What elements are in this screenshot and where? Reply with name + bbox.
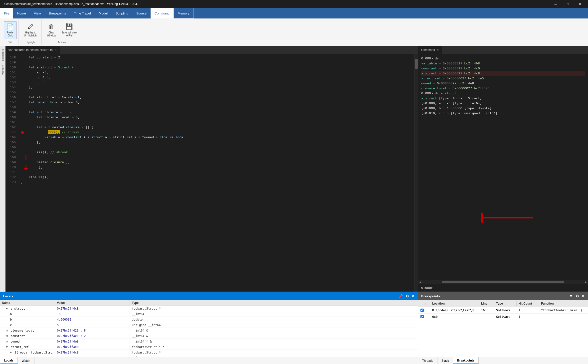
- menu-file[interactable]: File: [0, 8, 13, 18]
- locals-pin-button[interactable]: 📌: [397, 294, 404, 299]
- line-num: 164: [7, 135, 16, 140]
- locals-tab-watch[interactable]: Watch: [18, 357, 34, 364]
- bp-location-1: D:\code\rust\src\test\debuginfo\var-capt…: [430, 308, 479, 313]
- scroll-left-arrow[interactable]: ◀: [418, 281, 422, 283]
- line-num: 161: [7, 120, 16, 125]
- cmd-line-10: [+0x000] a : -3 [Type: __int64]: [421, 101, 585, 106]
- tab-command[interactable]: Command: [151, 8, 174, 18]
- bp-row-1[interactable]: D:\code\rust\src\test\debuginfo\var-capt…: [418, 307, 588, 314]
- line-num: 153: [7, 80, 16, 85]
- menu-view[interactable]: View: [30, 8, 45, 18]
- window-title: D:\code\temp\closure_test\foobar.exe - D…: [2, 2, 550, 6]
- locals-row-c1[interactable]: c 5 unsigned __int64: [0, 322, 418, 328]
- line-num: 165: [7, 140, 16, 145]
- tab-memory[interactable]: Memory: [174, 8, 194, 18]
- highlight-button[interactable]: 🖊 Highlight /Un-highlight: [22, 21, 39, 39]
- locals-close-button[interactable]: ×: [411, 294, 415, 299]
- bp-close-button[interactable]: ×: [581, 294, 585, 299]
- locals-row-owned[interactable]: ⊞ owned 0x27bc2ff4e8 __int64 * &: [0, 339, 418, 344]
- locals-row-a1[interactable]: a -3 __int64: [0, 311, 418, 317]
- locals-row-constant[interactable]: ⊞ constant 0x27bc2ff4c0 : 2 __int64 &: [0, 333, 418, 339]
- locals-tab-locals[interactable]: Locals: [0, 357, 18, 364]
- line-num: 162: [7, 125, 16, 130]
- dml-section-label: DML: [7, 40, 13, 44]
- locals-row-b1[interactable]: b 4.500000 double: [0, 317, 418, 322]
- svg-marker-2: [23, 168, 28, 170]
- menu-bar: File Home View Breakpoints Time Travel M…: [0, 8, 588, 18]
- close-button[interactable]: ✕: [574, 0, 586, 8]
- menu-home[interactable]: Home: [13, 8, 30, 18]
- locals-type-structref: foobar::Struct * *: [130, 345, 418, 349]
- bp-tab-threads[interactable]: Threads: [418, 357, 437, 364]
- locals-type-astruct: foobar::Struct *: [130, 306, 418, 311]
- source-editor: var-captured-in-nested-closure.rs × 148 …: [5, 46, 418, 292]
- bp-col-checkbox: [418, 303, 426, 305]
- locals-name-structref-cast: ▼ ((foobar!foobar::Struct *)0x2...: [0, 350, 55, 355]
- menu-timetravel[interactable]: Time Travel: [70, 8, 95, 18]
- maximize-button[interactable]: □: [562, 0, 574, 8]
- locals-settings-button[interactable]: ⚙: [405, 294, 410, 299]
- bp-dot-1: [426, 308, 430, 312]
- source-scrollbar-v[interactable]: [414, 54, 418, 292]
- command-tab-close[interactable]: ×: [437, 48, 439, 52]
- source-tab-close[interactable]: ×: [55, 48, 57, 52]
- bp-col-function: Function: [539, 301, 588, 306]
- prefer-dml-button[interactable]: 📄 PreferDML: [4, 21, 16, 39]
- cmd-line-7: closure_local = 0x00000027`bc2ff420: [421, 86, 585, 91]
- command-hscrollbar[interactable]: ◀ ▶: [418, 280, 588, 284]
- line-num-bp: 163: [7, 130, 16, 135]
- locals-type-owned: __int64 * &: [130, 339, 418, 344]
- locals-row-a2[interactable]: a -3 __int64: [0, 355, 418, 357]
- locals-row-structref-cast[interactable]: ▼ ((foobar!foobar::Struct *)0x2... 0x27b…: [0, 350, 418, 355]
- bp-enabled-1[interactable]: [420, 309, 424, 312]
- bp-enabled-2[interactable]: [420, 315, 424, 318]
- locals-type-structref-cast: foobar::Struct *: [130, 350, 418, 355]
- command-hscrollbar-thumb[interactable]: [442, 281, 564, 283]
- menu-model[interactable]: Model: [95, 8, 112, 18]
- locals-row-astruct[interactable]: ▼ a_struct 0x27bc2ff4c8 foobar::Struct *: [0, 306, 418, 311]
- bp-tab-stack[interactable]: Stack: [437, 357, 453, 364]
- ribbon-highlight-section: 🖊 Highlight /Un-highlight Highlight: [20, 19, 42, 45]
- command-input-bar[interactable]: [418, 284, 588, 292]
- bp-tab-breakpoints[interactable]: Breakpoints: [453, 357, 479, 364]
- line-num: 159: [7, 110, 16, 115]
- scroll-right-arrow[interactable]: ▶: [584, 281, 588, 283]
- bottom-area: Locals 📌 ⚙ × Name Value Type ▼ a_struct …: [0, 292, 588, 364]
- command-tab-label[interactable]: Command ×: [418, 46, 442, 54]
- bp-settings-button[interactable]: ⚙: [575, 294, 580, 299]
- title-bar: D:\code\temp\closure_test\foobar.exe - D…: [0, 0, 588, 8]
- source-tab-file[interactable]: var-captured-in-nested-closure.rs ×: [5, 46, 60, 54]
- menu-source[interactable]: Source: [132, 8, 151, 18]
- save-icon: 💾: [65, 23, 73, 30]
- bp-row-2[interactable]: 0x0 Software 1: [418, 314, 588, 320]
- sidebar-registers[interactable]: Registers: [0, 47, 5, 63]
- minimize-button[interactable]: —: [550, 0, 562, 8]
- bp-line-2: [479, 316, 494, 317]
- bp-collapse-button[interactable]: ▼: [568, 294, 574, 299]
- sidebar-memory[interactable]: Memory: [0, 63, 5, 77]
- cmd-line-11: [+0x008] b : 4.500000 [Type: double]: [421, 106, 585, 111]
- bp-checkbox-1[interactable]: [418, 308, 426, 312]
- command-output[interactable]: 0:000> dv variable = 0x00000027`bc2ff4b8…: [418, 54, 588, 280]
- locals-col-type: Type: [130, 300, 418, 306]
- command-tab-text: Command: [421, 48, 435, 52]
- clear-window-button[interactable]: 🗑 ClearWindow: [45, 21, 58, 39]
- line-num: 169: [7, 160, 16, 165]
- command-input-field[interactable]: [420, 285, 586, 291]
- source-scrollbar-thumb[interactable]: [415, 59, 418, 69]
- bp-col-hitcount: Hit Count: [517, 301, 539, 306]
- save-window-button[interactable]: 💾 Save Windowto File: [59, 21, 79, 39]
- locals-type-b1: double: [130, 317, 418, 322]
- line-num: 155: [7, 90, 16, 95]
- menu-breakpoints[interactable]: Breakpoints: [45, 8, 70, 18]
- menu-scripting[interactable]: Scripting: [112, 8, 132, 18]
- highlight-section-label: Highlight: [26, 40, 35, 44]
- code-area[interactable]: let constant = 2; let a_struct = Struct …: [18, 54, 414, 292]
- bp-dot-icon-2: [428, 315, 428, 318]
- source-tabs: var-captured-in-nested-closure.rs ×: [5, 46, 418, 54]
- sidebar: Registers Memory: [0, 46, 5, 292]
- bp-hitcount-1: 1: [517, 308, 539, 313]
- locals-row-closure-local[interactable]: ⊞ closure_local 0x27bc2ff420 : 8 __int64…: [0, 328, 418, 333]
- bp-checkbox-2[interactable]: [418, 315, 426, 319]
- locals-row-structref[interactable]: ▼ struct_ref 0x27bc2ff4e0 foobar::Struct…: [0, 344, 418, 350]
